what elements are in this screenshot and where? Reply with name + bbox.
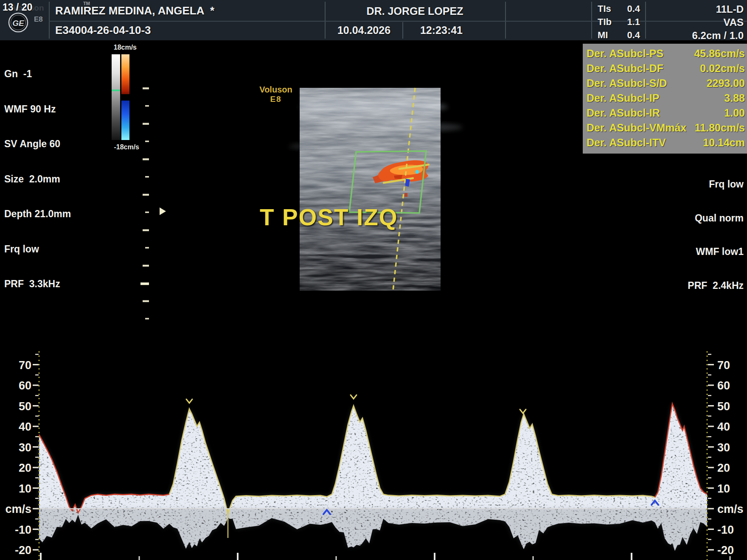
measurement-row: Der. ASubcl-IR 1.00 bbox=[583, 106, 747, 120]
measurement-label: Der. ASubcl-S/D bbox=[587, 77, 667, 90]
focus-arrow-icon bbox=[160, 207, 166, 215]
ultrasound-screen: RAMIREZ MEDINA, ANGELA * E34004-26-04-10… bbox=[0, 0, 747, 560]
measurement-value: 2293.00 bbox=[707, 77, 745, 90]
axis-tick-label: 20 bbox=[717, 462, 730, 474]
spectral-parameters: Frq low Qual norm WMF low1 PRF 2.4kHz bbox=[624, 156, 744, 314]
axis-tick-label: 50 bbox=[19, 400, 31, 413]
measurement-label: Der. ASubcl-IP bbox=[587, 92, 659, 104]
measurement-value: 11.80cm/s bbox=[695, 122, 745, 134]
axis-tick-label: 10 bbox=[717, 482, 730, 495]
axis-tick-label: -20 bbox=[717, 544, 734, 557]
depth-ruler bbox=[140, 87, 149, 319]
axis-tick-label: 40 bbox=[717, 420, 730, 433]
measurement-label: Der. ASubcl-VMmáx bbox=[587, 122, 686, 134]
axis-tick-label: 30 bbox=[717, 441, 730, 454]
gate-cyan-marker bbox=[416, 170, 419, 174]
trademark-mark: TM bbox=[83, 1, 90, 6]
axis-tick-label: 30 bbox=[19, 441, 31, 454]
ge-logo-icon: GE bbox=[9, 13, 28, 32]
measurement-row: Der. ASubcl-VMmáx 11.80cm/s bbox=[583, 120, 747, 135]
axis-tick-label: 70 bbox=[717, 359, 730, 372]
wmf-setting: WMF low1 bbox=[624, 246, 744, 258]
brand-line2: E8 bbox=[256, 95, 296, 104]
model-badge: E8 bbox=[34, 15, 43, 24]
measurement-label: Der. ASubcl-DF bbox=[587, 62, 663, 75]
measurement-row: Der. ASubcl-IP 3.88 bbox=[583, 91, 747, 106]
measurement-row: Der. ASubcl-S/D 2293.00 bbox=[583, 76, 747, 91]
measurement-row: Der. ASubcl-PS 45.86cm/s bbox=[583, 44, 747, 61]
measurement-label: Der. ASubcl-PS bbox=[587, 48, 663, 60]
peak-marker-icon bbox=[186, 399, 192, 403]
axis-tick-label: 50 bbox=[717, 400, 730, 413]
measurement-panel: Der. ASubcl-PS 45.86cm/s Der. ASubcl-DF … bbox=[583, 44, 747, 154]
axis-tick-label: -10 bbox=[15, 524, 31, 536]
axis-tick-label: -20 bbox=[15, 544, 31, 557]
measurement-label: Der. ASubcl-ITV bbox=[587, 137, 666, 149]
axis-tick-label: cm/s bbox=[5, 503, 31, 515]
spectral-doppler-display: 70605040302010-10-20cm/s70605040302010-1… bbox=[5, 351, 743, 560]
axis-tick-label: 40 bbox=[19, 420, 31, 433]
bmode-image bbox=[289, 88, 463, 291]
measurement-row: Der. ASubcl-ITV 10.14cm bbox=[583, 135, 747, 150]
measurement-value: 3.88 bbox=[724, 92, 745, 104]
measurement-value: 45.86cm/s bbox=[694, 48, 745, 60]
axis-tick-label: 20 bbox=[19, 462, 31, 474]
axis-tick-label: cm/s bbox=[717, 503, 744, 515]
measurement-value: 0.02cm/s bbox=[700, 62, 745, 75]
machine-brand-overlay: Voluson E8 bbox=[256, 85, 296, 104]
peak-marker-icon bbox=[520, 409, 526, 413]
measurement-value: 1.00 bbox=[724, 107, 745, 119]
brand-line1: Voluson bbox=[256, 85, 296, 95]
prf-setting: PRF 2.4kHz bbox=[624, 280, 744, 291]
axis-tick-label: -10 bbox=[717, 524, 734, 536]
frame-counter: 13 / 20 bbox=[3, 2, 32, 13]
measurement-row: Der. ASubcl-DF 0.02cm/s bbox=[583, 61, 747, 76]
axis-tick-label: 70 bbox=[19, 359, 31, 372]
svg-text:GE: GE bbox=[12, 19, 25, 28]
qual-setting: Qual norm bbox=[624, 213, 744, 224]
peak-marker-icon bbox=[351, 395, 357, 399]
axis-tick-label: 10 bbox=[19, 482, 31, 495]
frq-setting: Frq low bbox=[624, 179, 744, 190]
image-annotation: T POST IZQ bbox=[260, 204, 398, 231]
axis-tick-label: 60 bbox=[717, 379, 730, 392]
axis-tick-label: 60 bbox=[19, 379, 31, 392]
measurement-value: 10.14cm bbox=[703, 137, 745, 149]
measurement-label: Der. ASubcl-IR bbox=[587, 107, 660, 119]
